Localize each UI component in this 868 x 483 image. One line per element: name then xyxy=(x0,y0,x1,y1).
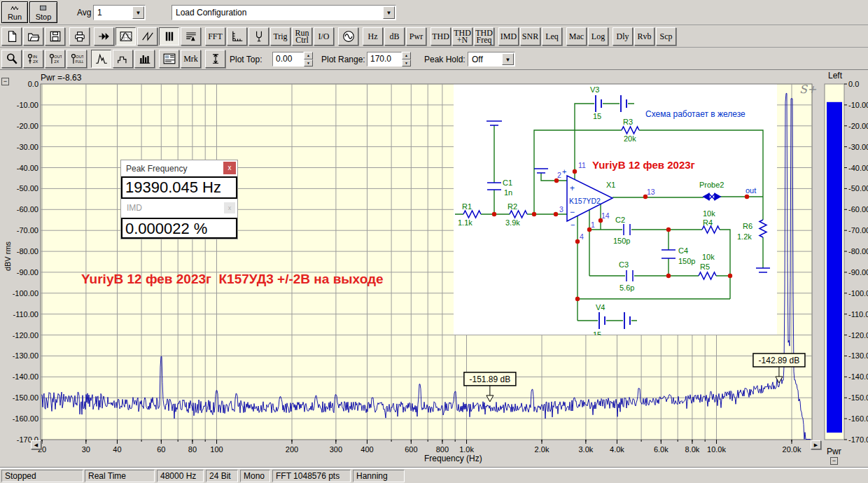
trigger-button[interactable]: Trig xyxy=(270,27,290,46)
status-run-state: Stopped xyxy=(1,470,83,482)
bar-plot-button[interactable] xyxy=(134,50,155,68)
zoom-out-full-button[interactable]: OUTFULL xyxy=(66,50,87,68)
time-series-view-button[interactable] xyxy=(137,27,158,46)
macro-button[interactable]: Mac xyxy=(566,27,587,46)
pin-14-label: 14 xyxy=(601,211,610,220)
delay-button[interactable]: Dly xyxy=(612,27,633,46)
spectrogram-view-button[interactable] xyxy=(159,27,179,46)
marker-triangle-icon[interactable] xyxy=(776,377,783,383)
meter-tick-label: -160.0 xyxy=(848,414,868,423)
thd-button[interactable]: THD xyxy=(430,27,451,46)
print-button[interactable] xyxy=(69,27,90,46)
thd-freq-button[interactable]: THD Freq xyxy=(474,27,494,46)
capacitor-c4 xyxy=(662,250,676,258)
spinner-up-icon[interactable]: ▲ xyxy=(402,52,411,59)
channel-label: Left xyxy=(828,71,842,80)
logging-button-label: Log xyxy=(592,33,605,40)
db-button[interactable]: dB xyxy=(384,27,405,46)
spectrum-view-button[interactable] xyxy=(115,27,136,46)
reverb-button[interactable]: Rvb xyxy=(634,27,654,46)
chevron-down-icon[interactable]: ▼ xyxy=(383,6,395,19)
collapse-button[interactable]: − xyxy=(1,78,9,85)
marker-value-box[interactable] xyxy=(753,354,805,367)
chevron-down-icon[interactable]: ▼ xyxy=(132,6,144,19)
reverb-button-label: Rvb xyxy=(637,33,651,40)
new-file-button[interactable] xyxy=(1,27,22,46)
imd-button[interactable]: IMD xyxy=(498,27,519,46)
power-readout: Pwr =-8.63 xyxy=(41,73,81,83)
run-button-label: Run xyxy=(8,13,22,21)
thd-plus-n-button[interactable]: THD +N xyxy=(452,27,472,46)
close-icon[interactable]: x xyxy=(223,162,236,174)
calibration-button[interactable] xyxy=(248,27,269,46)
r5-value: 10k xyxy=(702,253,715,261)
plot-range-spinner[interactable]: ▲ ▼ xyxy=(402,52,411,66)
opamp-plus-input: + xyxy=(570,183,575,193)
zoom-out-2x-button[interactable]: OUT2X xyxy=(45,50,65,68)
r3-label: R3 xyxy=(623,118,633,126)
avg-select[interactable]: 1 ▼ xyxy=(93,5,146,20)
meter-power-label: Pwr xyxy=(827,447,841,456)
playback-button[interactable] xyxy=(94,27,114,46)
scroll-right-button[interactable]: ▶ xyxy=(811,440,821,449)
marker-button[interactable]: Mrk xyxy=(181,50,201,68)
stop-button[interactable]: Stop xyxy=(29,1,57,23)
x-axis-tick-label: 800 xyxy=(436,445,449,454)
status-bar: StoppedReal Time48000 Hz24 BitMonoFFT 10… xyxy=(0,468,868,483)
y-axis-tick-label: -110.00 xyxy=(13,310,39,318)
plot-annotation: YuriyB 12 фев 2023г К157УД3 +/-2В на вых… xyxy=(81,272,384,287)
meter-tick-label: -120.0 xyxy=(848,331,868,340)
resistor-r4 xyxy=(702,226,720,233)
fft-settings-button[interactable]: FFT xyxy=(205,27,225,46)
x-axis-tick-label: 20.0k xyxy=(783,445,802,454)
y-axis-tick-label: -90.00 xyxy=(17,268,38,276)
scroll-left-button[interactable]: ◀ xyxy=(31,440,41,449)
io-device-button[interactable]: I/O xyxy=(314,27,334,46)
run-control-button[interactable]: Run Ctrl xyxy=(292,27,312,46)
peak-hold-select[interactable]: Off ▼ xyxy=(468,52,515,66)
step-plot-button[interactable] xyxy=(113,50,133,68)
plot-top-input[interactable]: 0.00 xyxy=(272,52,304,66)
marker-value-box[interactable] xyxy=(464,372,516,386)
peak-frequency-title: Peak Frequency xyxy=(126,164,187,174)
snr-button[interactable]: SNR xyxy=(520,27,540,46)
chevron-down-icon[interactable]: ▼ xyxy=(502,53,514,65)
zoom-in-2x-button[interactable]: IN2X xyxy=(23,50,43,68)
spinner-down-icon[interactable]: ▼ xyxy=(402,59,411,67)
capacitor-c1 xyxy=(487,183,501,190)
marker-triangle-icon[interactable] xyxy=(486,396,493,402)
save-button[interactable] xyxy=(45,27,65,46)
hz-button[interactable]: Hz xyxy=(363,27,383,46)
configuration-select[interactable]: Load Configuration ▼ xyxy=(172,5,396,20)
plot-top-label: Plot Top: xyxy=(230,55,262,64)
spinner-up-icon[interactable]: ▲ xyxy=(304,52,313,59)
x-axis-tick-label: 6.0k xyxy=(654,445,668,454)
trigger-button-label: Trig xyxy=(273,33,287,40)
run-button[interactable]: Run xyxy=(1,1,28,23)
thd-freq-button-label: THD Freq xyxy=(475,29,493,43)
scope-button[interactable]: Scp xyxy=(656,27,676,46)
signal-generator-button[interactable] xyxy=(338,27,358,46)
spinner-down-icon[interactable]: ▼ xyxy=(304,59,313,67)
pwr-button[interactable]: Pwr xyxy=(406,27,426,46)
plot-top-spinner[interactable]: ▲ ▼ xyxy=(304,52,313,66)
close-icon[interactable]: x xyxy=(224,202,235,214)
leq-button[interactable]: Leq xyxy=(542,27,562,46)
marker-button-label: Mrk xyxy=(183,55,198,62)
capacitor-c2 xyxy=(624,224,630,235)
scaling-button[interactable] xyxy=(227,27,247,46)
x1-label: X1 xyxy=(606,181,615,189)
log-notes-button[interactable] xyxy=(181,27,201,46)
r1-label: R1 xyxy=(462,202,472,211)
open-file-button[interactable] xyxy=(23,27,43,46)
curve-plot-button[interactable] xyxy=(91,50,111,68)
y-axis-tick-label: -40.00 xyxy=(17,164,38,172)
x-axis-tick-label: 8.0k xyxy=(685,445,700,454)
zoom-button[interactable] xyxy=(1,50,22,68)
meter-collapse-button[interactable]: − xyxy=(830,457,838,465)
axis-range-button[interactable] xyxy=(205,50,225,68)
logging-button[interactable]: Log xyxy=(588,27,608,46)
plot-range-input[interactable]: 170.0 xyxy=(367,52,402,66)
marker-value-label: -151.89 dB xyxy=(470,374,511,384)
display-options-button[interactable] xyxy=(159,50,179,68)
